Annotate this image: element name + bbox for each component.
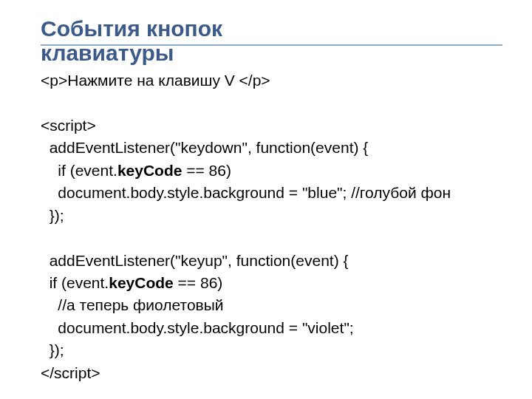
code-l10a: if (event. <box>41 274 109 291</box>
code-l10b: keyCode <box>109 274 174 291</box>
code-l5a: if (event. <box>41 162 117 179</box>
code-l1b: Нажмите на клавишу V <box>67 72 239 89</box>
code-l6: document.body.style.background = "blue";… <box>41 184 451 201</box>
title-divider <box>41 44 502 46</box>
code-l9: addEventListener("keyup", function(event… <box>41 252 348 269</box>
slide: События кнопок клавиатуры <p>Нажмите на … <box>0 0 532 399</box>
code-l7: }); <box>41 207 64 224</box>
code-content: <p>Нажмите на клавишу V </p> <script> ad… <box>41 69 502 384</box>
slide-title: События кнопок <box>41 16 502 41</box>
code-l4: addEventListener("keydown", function(eve… <box>41 139 368 156</box>
code-l12: document.body.style.background = "violet… <box>41 319 354 336</box>
title-line-1: События кнопок <box>41 16 502 41</box>
code-l5c: == 86) <box>182 162 231 179</box>
code-l1c: </p> <box>239 72 270 89</box>
title-divider-wrap <box>41 44 502 48</box>
code-l13: }); <box>41 341 64 358</box>
code-l1a: <p> <box>41 72 67 89</box>
code-l10c: == 86) <box>174 274 223 291</box>
code-l11: //а теперь фиолетовый <box>41 296 224 313</box>
code-l14: </script> <box>41 364 100 381</box>
title-block: События кнопок <box>41 16 502 41</box>
code-l5b: keyCode <box>117 162 183 179</box>
code-l3: <script> <box>41 117 96 134</box>
code-block: <p>Нажмите на клавишу V </p> <script> ad… <box>41 69 502 384</box>
